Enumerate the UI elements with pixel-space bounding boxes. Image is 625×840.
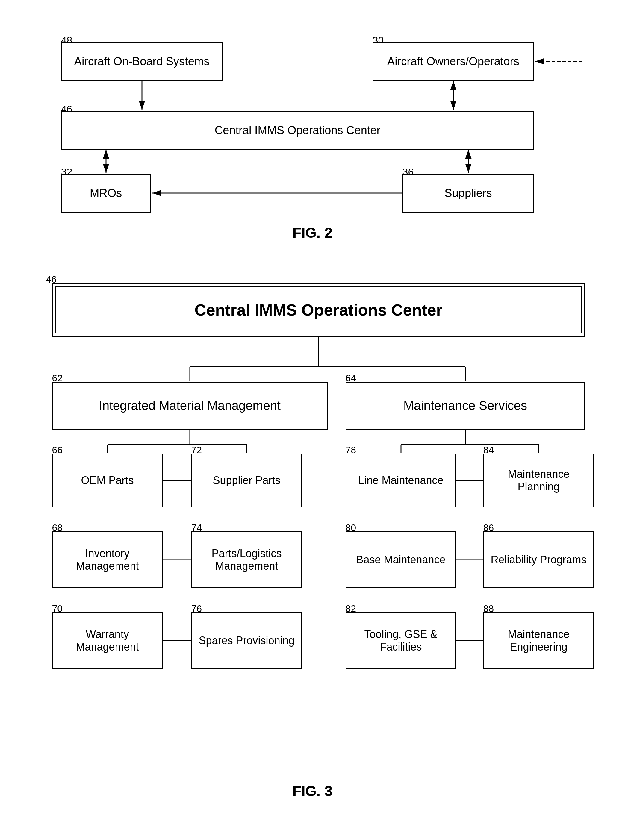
central-imms-box-fig2: Central IMMS Operations Center (61, 111, 534, 150)
spares-provisioning-box: Spares Provisioning (191, 612, 302, 669)
central-imms-outer: Central IMMS Operations Center (52, 283, 585, 337)
reliability-programs-box: Reliability Programs (484, 531, 594, 588)
fig2-title: FIG. 2 (28, 225, 597, 241)
suppliers-box: Suppliers (403, 174, 534, 213)
warranty-management-box: Warranty Management (52, 612, 163, 669)
fig3-title: FIG. 3 (28, 783, 597, 799)
fig2-container: 48 30 46 32 36 Aircraft On-Board Systems… (28, 24, 597, 241)
fig3-arrows (28, 265, 597, 774)
line-maintenance-box: Line Maintenance (345, 453, 456, 508)
inventory-management-box: Inventory Management (52, 531, 163, 588)
central-imms-label: Central IMMS Operations Center (194, 301, 442, 319)
aircraft-onboard-box: Aircraft On-Board Systems (61, 42, 223, 81)
fig3-container: 46 Central IMMS Operations Center 62 64 … (28, 265, 597, 799)
supplier-parts-box: Supplier Parts (191, 453, 302, 508)
maintenance-engineering-box: Maintenance Engineering (484, 612, 594, 669)
base-maintenance-box: Base Maintenance (345, 531, 456, 588)
maintenance-services-box: Maintenance Services (345, 382, 585, 430)
central-imms-inner: Central IMMS Operations Center (55, 286, 582, 334)
integrated-material-box: Integrated Material Management (52, 382, 328, 430)
oem-parts-box: OEM Parts (52, 453, 163, 508)
parts-logistics-box: Parts/Logistics Management (191, 531, 302, 588)
fig2-diagram: 48 30 46 32 36 Aircraft On-Board Systems… (43, 24, 582, 216)
tooling-gse-box: Tooling, GSE & Facilities (345, 612, 456, 669)
maintenance-planning-box: Maintenance Planning (484, 453, 594, 508)
fig3-diagram: 46 Central IMMS Operations Center 62 64 … (28, 265, 597, 774)
aircraft-owners-box: Aircraft Owners/Operators (373, 42, 534, 81)
mros-box: MROs (61, 174, 151, 213)
